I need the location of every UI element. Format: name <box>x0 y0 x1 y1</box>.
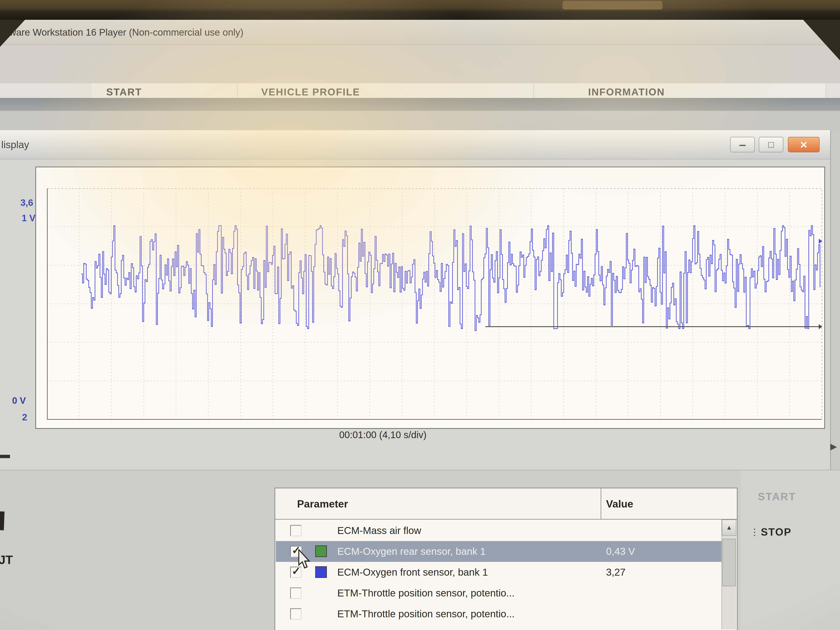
tab-vehicle-profile-label: VEHICLE PROFILE <box>238 83 533 98</box>
table-row[interactable]: ✓ ECM-Oxygen rear sensor, bank 1 0,43 V <box>276 541 722 562</box>
minimize-button[interactable]: – <box>730 137 755 152</box>
laptop-hinge <box>562 1 663 9</box>
tab-vehicle-profile[interactable]: VEHICLE PROFILE <box>238 83 534 98</box>
series-color-swatch <box>315 566 327 578</box>
display-window-body: 3,6 1 V 0 V 2 00:01:00 (4,10 s/div) <box>0 159 830 470</box>
column-header-value: Value <box>606 488 633 519</box>
series-color-swatch <box>315 545 327 557</box>
left-edge-text-fragment: JT <box>0 553 13 567</box>
stop-button[interactable]: STOP <box>761 526 791 538</box>
table-header: Parameter Value <box>275 488 737 519</box>
display-window-title: lisplay <box>1 130 29 159</box>
parameter-label: ETM-Throttle position sensor, potentio..… <box>337 603 515 624</box>
table-row[interactable]: ✓ ECM-Oxygen front sensor, bank 1 3,27 <box>276 562 722 583</box>
y-axis-label-bottom-value: 0 V <box>12 395 26 406</box>
signal-plot <box>47 188 822 420</box>
row-checkbox[interactable] <box>290 525 302 536</box>
y-axis-label-bottom-channel: 2 <box>22 412 27 423</box>
vmware-title: Mware Workstation 16 Player (Non-commerc… <box>1 20 243 45</box>
toolbar-band <box>0 98 840 111</box>
scroll-up-button[interactable]: ▲ <box>722 519 736 536</box>
parameter-table: Parameter Value ECM-Mass air flow ✓ ECM-… <box>275 488 737 630</box>
parameter-label: ECM-Oxygen rear sensor, bank 1 <box>337 541 486 562</box>
app-toolbar-area <box>0 45 840 83</box>
parameter-label: ECM-Mass air flow <box>337 520 421 541</box>
tab-start[interactable]: START <box>92 83 237 98</box>
close-button[interactable]: × <box>788 137 819 152</box>
minimize-icon: – <box>739 137 746 152</box>
parameter-label: ECM-Oxygen front sensor, bank 1 <box>337 562 488 583</box>
parameter-value: 0,43 V <box>606 541 635 562</box>
display-window: lisplay – □ × 3,6 1 V 0 V 2 00:01:00 (4,… <box>0 130 831 470</box>
parameter-label: ETM-Throttle position sensor, potentio..… <box>337 583 515 603</box>
table-row[interactable]: ETM-Throttle position sensor, potentio..… <box>276 603 722 624</box>
scroll-up-icon: ▲ <box>726 524 732 531</box>
chart-box <box>35 167 825 429</box>
start-button[interactable]: START <box>758 491 796 503</box>
y-axis-label-top-unit: 1 V <box>22 213 35 223</box>
column-header-parameter: Parameter <box>297 488 348 519</box>
laptop-screen: Mware Workstation 16 Player (Non-commerc… <box>0 0 840 630</box>
bottom-panel: JT Parameter Value ECM-Mass air flow ✓ E… <box>0 470 840 630</box>
vmware-titlebar[interactable]: Mware Workstation 16 Player (Non-commerc… <box>0 20 840 45</box>
table-scrollbar[interactable]: ▲ <box>722 519 736 629</box>
left-edge-dash <box>0 455 10 458</box>
row-checkbox[interactable] <box>290 608 302 620</box>
tab-information[interactable]: INFORMATION <box>534 83 826 98</box>
scrollbar-thumb[interactable] <box>722 539 736 586</box>
tab-information-label: INFORMATION <box>534 83 826 98</box>
x-axis-caption: 00:01:00 (4,10 s/div) <box>339 429 426 441</box>
close-icon: × <box>800 138 807 151</box>
display-window-titlebar[interactable]: lisplay – □ × <box>0 130 830 159</box>
scroll-right-icon[interactable]: ▶ <box>830 441 837 452</box>
table-rows: ECM-Mass air flow ✓ ECM-Oxygen rear sens… <box>276 520 722 630</box>
stop-marker-icon: ⋮ <box>750 527 759 537</box>
left-edge-mark <box>0 512 5 531</box>
table-row[interactable]: ECM-Mass air flow <box>276 520 722 541</box>
desk-background <box>0 0 840 20</box>
row-checkbox[interactable] <box>290 587 302 599</box>
mouse-cursor <box>298 549 315 571</box>
maximize-button[interactable]: □ <box>759 137 783 152</box>
table-row[interactable]: ETM-Throttle position sensor, potentio..… <box>276 583 722 603</box>
tab-start-label: START <box>92 83 237 98</box>
maximize-icon: □ <box>768 139 774 150</box>
column-divider <box>601 488 601 519</box>
y-axis-label-top-value: 3,6 <box>21 197 33 208</box>
parameter-value: 3,27 <box>606 562 625 583</box>
spacer-band <box>0 111 840 130</box>
tabs-strip: START VEHICLE PROFILE INFORMATION <box>0 83 840 98</box>
